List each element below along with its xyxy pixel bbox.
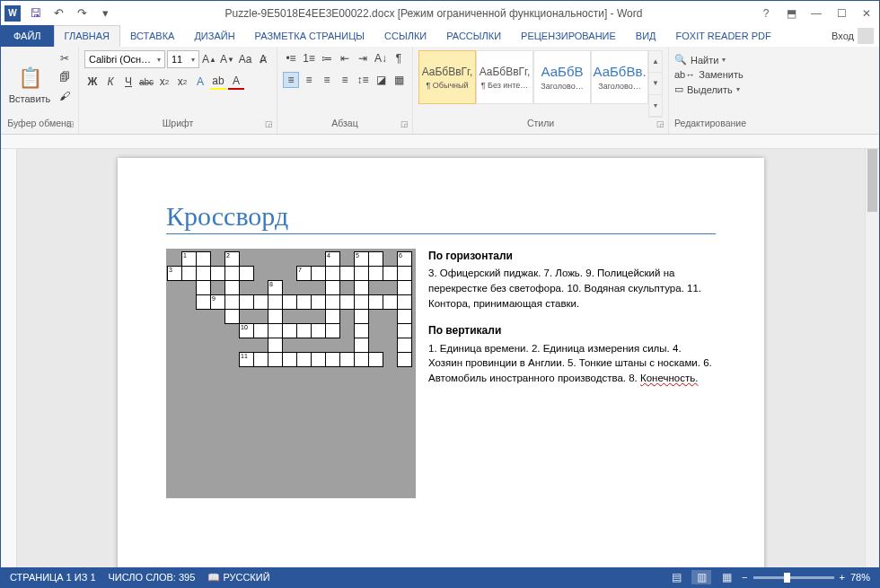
tab-insert[interactable]: ВСТАВКА — [120, 25, 184, 47]
tab-mailings[interactable]: РАССЫЛКИ — [436, 25, 511, 47]
gallery-more-icon[interactable]: ▾ — [649, 95, 662, 117]
numbering-button[interactable]: 1≡ — [301, 50, 317, 66]
group-font: Calibri (Осн…▾ 11▾ A▲ A▼ Aa A̷ Ж К Ч abc… — [79, 47, 277, 134]
tab-layout[interactable]: РАЗМЕТКА СТРАНИЦЫ — [245, 25, 374, 47]
qat-undo-button[interactable]: ↶ — [49, 4, 67, 22]
underline-button[interactable]: Ч — [120, 74, 136, 90]
cut-button[interactable]: ✂ — [57, 50, 73, 66]
maximize-button[interactable]: ☐ — [829, 4, 854, 23]
zoom-slider[interactable] — [753, 576, 834, 579]
replace-button[interactable]: ab↔Заменить — [674, 69, 744, 80]
shrink-font-button[interactable]: A▼ — [219, 51, 235, 67]
qat-customize-button[interactable]: ▾ — [96, 4, 114, 22]
find-button[interactable]: 🔍Найти▾ — [674, 54, 744, 66]
paragraph-launcher[interactable]: ◲ — [400, 119, 409, 128]
font-name-combo[interactable]: Calibri (Осн…▾ — [84, 50, 165, 68]
document-title: Кроссворд — [166, 201, 716, 234]
document-canvas[interactable]: Кроссворд 1 2 4 5 6 — [17, 149, 865, 567]
style-heading1[interactable]: АаБбВ Заголово… — [533, 50, 591, 104]
zoom-out-button[interactable]: − — [742, 572, 747, 583]
view-print-button[interactable]: ▥ — [691, 570, 711, 584]
copy-button[interactable]: 🗐 — [57, 69, 73, 85]
qat-save-button[interactable]: 🖫 — [26, 4, 44, 22]
tab-references[interactable]: ССЫЛКИ — [374, 25, 436, 47]
across-heading: По горизонтали — [428, 249, 716, 264]
down-clues: 1. Единица времени. 2. Единица измерения… — [428, 341, 716, 386]
ribbon-display-button[interactable]: ⬒ — [779, 4, 804, 23]
style-heading2[interactable]: АаБбВв. Заголово… — [591, 50, 648, 104]
text-effects-button[interactable]: A — [192, 74, 208, 90]
sort-button[interactable]: A↓ — [373, 50, 389, 66]
tab-home[interactable]: ГЛАВНАЯ — [54, 25, 120, 47]
strike-button[interactable]: abc — [138, 74, 154, 90]
paste-button[interactable]: 📋 Вставить — [6, 50, 53, 118]
group-styles-label: Стили◲ — [418, 118, 663, 134]
font-color-button[interactable]: A — [228, 74, 244, 90]
gallery-up-icon[interactable]: ▲ — [649, 51, 662, 73]
style-normal[interactable]: АаБбВвГг, ¶ Обычный — [418, 50, 476, 104]
styles-launcher[interactable]: ◲ — [656, 119, 664, 128]
clear-format-button[interactable]: A̷ — [255, 51, 271, 67]
tab-view[interactable]: ВИД — [626, 25, 666, 47]
style-nospacing[interactable]: АаБбВвГг, ¶ Без инте… — [476, 50, 533, 104]
align-center-button[interactable]: ≡ — [301, 72, 317, 88]
window-title: Puzzle-9E5018E4EE3E00022.docx [Режим огр… — [114, 7, 753, 20]
line-spacing-button[interactable]: ↕≡ — [355, 72, 371, 88]
close-button[interactable]: ✕ — [854, 4, 879, 23]
tab-foxit[interactable]: FOXIT READER PDF — [666, 25, 781, 47]
multilevel-button[interactable]: ≔ — [319, 50, 335, 66]
align-right-button[interactable]: ≡ — [319, 72, 335, 88]
shading-button[interactable]: ◪ — [373, 72, 389, 88]
help-button[interactable]: ? — [753, 4, 779, 23]
minimize-button[interactable]: — — [804, 4, 829, 23]
view-read-button[interactable]: ▤ — [666, 570, 686, 584]
bold-button[interactable]: Ж — [84, 74, 101, 90]
font-size-combo[interactable]: 11▾ — [167, 50, 199, 68]
tab-review[interactable]: РЕЦЕНЗИРОВАНИЕ — [511, 25, 626, 47]
format-painter-button[interactable]: 🖌 — [57, 88, 73, 104]
vertical-scrollbar[interactable] — [865, 149, 879, 567]
highlight-button[interactable]: ab — [210, 74, 226, 90]
status-word-count[interactable]: ЧИСЛО СЛОВ: 395 — [109, 572, 196, 584]
increase-indent-button[interactable]: ⇥ — [355, 50, 371, 66]
qat-redo-button[interactable]: ↷ — [73, 4, 91, 22]
status-page[interactable]: СТРАНИЦА 1 ИЗ 1 — [10, 572, 96, 584]
group-paragraph-label: Абзац◲ — [283, 118, 407, 134]
change-case-button[interactable]: Aa — [237, 51, 253, 67]
justify-button[interactable]: ≡ — [337, 72, 353, 88]
clipboard-launcher[interactable]: ◲ — [66, 119, 75, 128]
status-language[interactable]: 📖 РУССКИЙ — [207, 572, 269, 584]
sign-in-button[interactable]: Вход — [826, 25, 879, 47]
align-left-button[interactable]: ≡ — [283, 72, 299, 88]
select-button[interactable]: ▭Выделить▾ — [674, 83, 744, 95]
grow-font-button[interactable]: A▲ — [201, 51, 217, 67]
font-launcher[interactable]: ◲ — [265, 119, 273, 128]
view-web-button[interactable]: ▦ — [717, 570, 736, 584]
tab-file[interactable]: ФАЙЛ — [1, 25, 54, 47]
tab-design[interactable]: ДИЗАЙН — [184, 25, 244, 47]
subscript-button[interactable]: x2 — [156, 74, 172, 90]
find-icon: 🔍 — [674, 54, 687, 66]
ruler-horizontal[interactable] — [1, 135, 879, 149]
zoom-thumb[interactable] — [784, 573, 790, 583]
bullets-button[interactable]: •≡ — [283, 50, 299, 66]
borders-button[interactable]: ▦ — [391, 72, 407, 88]
across-clues: 3. Офицерский пиджак. 7. Ложь. 9. Полице… — [428, 266, 716, 311]
superscript-button[interactable]: x2 — [174, 74, 190, 90]
decrease-indent-button[interactable]: ⇤ — [337, 50, 353, 66]
ribbon-tabs: ФАЙЛ ГЛАВНАЯ ВСТАВКА ДИЗАЙН РАЗМЕТКА СТР… — [1, 25, 879, 47]
clipboard-icon: 📋 — [16, 65, 43, 92]
show-marks-button[interactable]: ¶ — [391, 50, 407, 66]
gallery-scroll[interactable]: ▲ ▼ ▾ — [648, 50, 663, 118]
italic-button[interactable]: К — [102, 74, 119, 90]
word-window: W 🖫 ↶ ↷ ▾ Puzzle-9E5018E4EE3E00022.docx … — [0, 0, 880, 588]
group-clipboard: 📋 Вставить ✂ 🗐 🖌 Буфер обмена◲ — [1, 47, 79, 134]
gallery-down-icon[interactable]: ▼ — [649, 73, 662, 94]
scrollbar-thumb[interactable] — [867, 149, 877, 212]
replace-icon: ab↔ — [674, 69, 695, 80]
ruler-vertical[interactable] — [1, 149, 17, 567]
zoom-in-button[interactable]: + — [840, 572, 845, 583]
zoom-level[interactable]: 78% — [850, 572, 870, 583]
group-paragraph: •≡ 1≡ ≔ ⇤ ⇥ A↓ ¶ ≡ ≡ ≡ ≡ ↕≡ ◪ ▦ — [277, 47, 413, 134]
styles-gallery[interactable]: АаБбВвГг, ¶ Обычный АаБбВвГг, ¶ Без инте… — [418, 50, 663, 118]
